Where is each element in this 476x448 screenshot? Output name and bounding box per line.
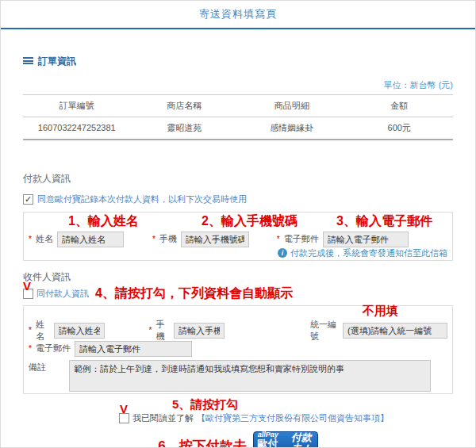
remember-payer-row: ✓ 同意歐付寶記錄本次付款人資料，以利下次交易時使用 xyxy=(23,193,453,205)
recipient-info-heading: 收件人資訊 xyxy=(23,270,453,284)
store-name-value: 靈昭道苑 xyxy=(131,117,239,140)
payer-phone-group: * 手機 xyxy=(152,232,249,247)
recipient-taxid-input[interactable] xyxy=(343,323,447,339)
remember-payer-checkbox[interactable]: ✓ xyxy=(23,194,33,205)
payer-email-label: 電子郵件 xyxy=(284,233,319,245)
pay-button[interactable]: allPay 歐付寶 付款去！ PAYMENT xyxy=(253,431,318,448)
annotation-no-fill: 不用填 xyxy=(363,304,398,319)
payer-email-input[interactable] xyxy=(323,232,409,247)
required-mark: * xyxy=(149,326,152,335)
same-as-payer-label[interactable]: 同付款人資訊 xyxy=(36,288,89,300)
recipient-name-label: 姓名 xyxy=(36,319,50,343)
recipient-taxid-label: 統一編號 xyxy=(310,319,339,343)
annotation-step2: 2、輸入手機號碼 xyxy=(202,213,298,230)
recipient-phone-input[interactable] xyxy=(174,323,225,339)
recipient-row-3: 備註 xyxy=(29,360,447,392)
info-icon: i xyxy=(278,248,287,258)
recipient-email-input[interactable] xyxy=(75,341,192,357)
col-order-number: 訂單編號 xyxy=(23,95,131,117)
annotation-step4: 4、請按打勾，下列資料會自動顯示 xyxy=(95,285,293,302)
payer-fields-box: 1、輸入姓名 2、輸入手機號碼 3、輸入電子郵件 * 姓名 * 手機 * 電子郵… xyxy=(23,212,453,261)
required-mark: * xyxy=(29,235,32,243)
payer-phone-label: 手機 xyxy=(159,233,177,245)
recipient-name-group: * 姓名 xyxy=(29,319,105,343)
recipient-remark-textarea[interactable] xyxy=(69,360,431,392)
list-icon xyxy=(23,57,33,66)
currency-unit-label: 單位：新台幣 (元) xyxy=(23,79,453,91)
recipient-name-input[interactable] xyxy=(54,323,105,339)
payer-name-input[interactable] xyxy=(57,232,124,247)
pay-button-text: 付款去！ xyxy=(286,432,317,448)
order-info-heading: 訂單資訊 xyxy=(23,55,453,68)
col-amount: 金額 xyxy=(346,95,454,117)
payer-name-label: 姓名 xyxy=(36,233,53,245)
payer-name-group: * 姓名 xyxy=(29,232,124,247)
payer-info-heading: 付款人資訊 xyxy=(23,172,453,186)
privacy-notice-link[interactable]: 【歐付寶第三方支付股份有限公司個資告知事項】 xyxy=(197,412,389,424)
order-number-value: 1607032247252381 xyxy=(23,117,131,140)
annotation-step1: 1、輸入姓名 xyxy=(68,213,139,230)
red-check-annotation-icon: V xyxy=(120,403,128,415)
payer-email-group: * 電子郵件 xyxy=(277,232,409,247)
remember-payer-label[interactable]: 同意歐付寶記錄本次付款人資料，以利下次交易時使用 xyxy=(37,193,247,205)
recipient-taxid-group: 統一編號 xyxy=(310,319,447,343)
col-store-name: 商店名稱 xyxy=(131,95,239,117)
pay-button-action: 付款去！ PAYMENT xyxy=(282,432,321,448)
pay-row: 6、按下付款去 allPay 歐付寶 付款去！ PAYMENT xyxy=(23,431,453,448)
required-mark: * xyxy=(29,326,32,335)
product-detail-value: 感情姻緣卦 xyxy=(238,117,346,140)
agreement-row: V 我已閱讀並了解 【歐付寶第三方支付股份有限公司個資告知事項】 xyxy=(39,412,469,424)
col-product-detail: 商品明細 xyxy=(238,95,346,117)
shipping-info-page: 寄送資料填寫頁 訂單資訊 單位：新台幣 (元) 訂單編號 商店名稱 商品明細 金… xyxy=(0,0,476,448)
amount-value: 600元 xyxy=(346,117,454,140)
annotation-step3: 3、輸入電子郵件 xyxy=(336,213,432,230)
recipient-remark-group: 備註 xyxy=(29,360,431,392)
recipient-phone-group: * 手機 xyxy=(149,319,225,343)
recipient-row-1: * 姓名 * 手機 統一編號 xyxy=(29,319,447,343)
page-content: 訂單資訊 單位：新台幣 (元) 訂單編號 商店名稱 商品明細 金額 160703… xyxy=(1,55,475,448)
agreement-checkbox-wrap: V xyxy=(119,413,129,423)
order-table-header-row: 訂單編號 商店名稱 商品明細 金額 xyxy=(23,95,453,117)
same-as-payer-row: V 同付款人資訊 4、請按打勾，下列資料會自動顯示 xyxy=(23,285,453,302)
recipient-phone-label: 手機 xyxy=(155,319,170,343)
recipient-row-2: * 電子郵件 xyxy=(29,341,192,357)
page-title: 寄送資料填寫頁 xyxy=(199,7,277,21)
payer-fields-row: * 姓名 * 手機 * 電子郵件 xyxy=(29,232,447,247)
required-mark: * xyxy=(277,235,280,243)
red-check-annotation-icon: V xyxy=(23,280,31,292)
required-mark: * xyxy=(152,235,155,243)
email-notification-note: i 付款完成後，系統會寄發通知信至此信箱 xyxy=(278,247,447,259)
recipient-email-group: * 電子郵件 xyxy=(29,341,192,357)
order-table-row: 1607032247252381 靈昭道苑 感情姻緣卦 600元 xyxy=(23,117,453,140)
payer-phone-input[interactable] xyxy=(181,232,249,247)
recipient-fields-box: 不用填 * 姓名 * 手機 統一編號 * xyxy=(23,305,453,394)
annotation-step5: 5、請按打勾 xyxy=(172,397,453,412)
order-table: 訂單編號 商店名稱 商品明細 金額 1607032247252381 靈昭道苑 … xyxy=(23,94,453,140)
annotation-step6: 6、按下付款去 xyxy=(158,437,246,448)
allpay-logo: allPay 歐付寶 xyxy=(254,432,282,448)
agreement-text: 我已閱讀並了解 xyxy=(132,412,194,424)
email-note-text: 付款完成後，系統會寄發通知信至此信箱 xyxy=(290,247,447,259)
recipient-remark-label: 備註 xyxy=(29,360,46,373)
page-header: 寄送資料填寫頁 xyxy=(1,1,475,29)
allpay-logo-name: 歐付寶 xyxy=(258,438,278,448)
required-mark: * xyxy=(29,344,32,353)
recipient-email-label: 電子郵件 xyxy=(36,343,71,354)
order-info-heading-label: 訂單資訊 xyxy=(38,55,76,68)
